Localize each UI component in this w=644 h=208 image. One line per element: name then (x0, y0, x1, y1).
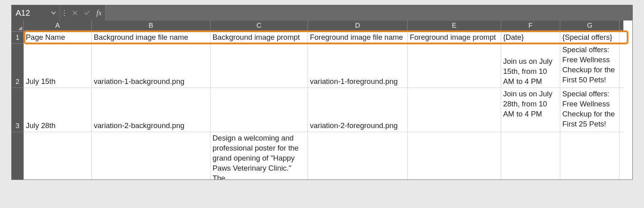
cell-edge-2 (619, 44, 623, 88)
cell-F3[interactable]: Join us on July 28th, from 10 AM to 4 PM (501, 88, 560, 132)
cell-A1[interactable]: Page Name (24, 32, 92, 44)
cell-G1[interactable]: {Special offers} (560, 32, 619, 44)
col-header-edge (619, 20, 623, 32)
enter-button[interactable] (81, 5, 93, 20)
spreadsheet-grid: A B C D E F G 1 Page Name Background ima… (12, 20, 632, 179)
cell-A4[interactable] (24, 132, 92, 179)
separator-dots: ⋮ (60, 8, 69, 17)
fx-button[interactable]: fx (93, 5, 105, 20)
col-header-E[interactable]: E (408, 20, 501, 32)
active-cell-ref: A12 (16, 8, 30, 18)
cell-B4[interactable] (92, 132, 211, 179)
col-header-A[interactable]: A (24, 20, 92, 32)
select-all-corner[interactable] (12, 20, 24, 32)
chevron-down-icon (51, 10, 56, 16)
cell-C4[interactable]: Design a welcoming and professional post… (211, 132, 308, 179)
col-header-B[interactable]: B (92, 20, 211, 32)
cell-F2[interactable]: Join us on July 15th, from 10 AM to 4 PM (501, 44, 560, 88)
cell-E2[interactable] (408, 44, 501, 88)
formula-bar: A12 ⋮ fx (12, 5, 632, 20)
cell-G2[interactable]: Special offers: Free Wellness Checkup fo… (560, 44, 619, 88)
cell-G4[interactable] (560, 132, 619, 179)
check-icon (84, 10, 90, 16)
cell-A2[interactable]: July 15th (24, 44, 92, 88)
cell-edge-3 (619, 88, 623, 132)
cell-edge-4 (619, 132, 623, 179)
cell-D4[interactable] (308, 132, 408, 179)
cell-D1[interactable]: Foreground image file name (308, 32, 408, 44)
cell-A3[interactable]: July 28th (24, 88, 92, 132)
cell-E1[interactable]: Foreground image prompt (408, 32, 501, 44)
cancel-button[interactable] (69, 5, 81, 20)
col-header-D[interactable]: D (308, 20, 408, 32)
cell-C2[interactable] (211, 44, 308, 88)
row-header-4[interactable] (12, 132, 24, 179)
cell-B2[interactable]: variation-1-background.png (92, 44, 211, 88)
cell-E3[interactable] (408, 88, 501, 132)
cell-F1[interactable]: {Date} (501, 32, 560, 44)
col-header-F[interactable]: F (501, 20, 560, 32)
cell-C1[interactable]: Background image prompt (211, 32, 308, 44)
cell-edge-1 (619, 32, 623, 44)
fx-icon: fx (97, 9, 102, 17)
cell-F4[interactable] (501, 132, 560, 179)
cell-E4[interactable] (408, 132, 501, 179)
row-header-2[interactable]: 2 (12, 44, 24, 88)
cell-D2[interactable]: variation-1-foreground.png (308, 44, 408, 88)
cell-B1[interactable]: Background image file name (92, 32, 211, 44)
col-header-G[interactable]: G (560, 20, 619, 32)
cell-D3[interactable]: variation-2-foreground.png (308, 88, 408, 132)
row-header-3[interactable]: 3 (12, 88, 24, 132)
cell-G3[interactable]: Special offers: Free Wellness Checkup fo… (560, 88, 619, 132)
formula-input[interactable] (105, 5, 632, 20)
name-box[interactable]: A12 (12, 5, 60, 20)
col-header-C[interactable]: C (211, 20, 308, 32)
row-header-1[interactable]: 1 (12, 32, 24, 44)
cell-B3[interactable]: variation-2-background.png (92, 88, 211, 132)
spreadsheet-app: A12 ⋮ fx A B C D E F G 1 Page Name Backg… (11, 5, 633, 180)
x-icon (72, 10, 78, 16)
cell-C3[interactable] (211, 88, 308, 132)
